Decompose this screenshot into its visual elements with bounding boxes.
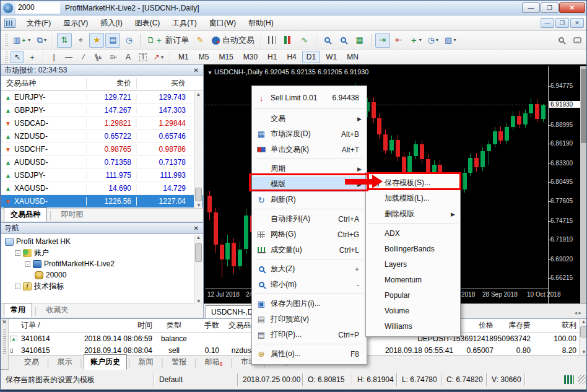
timeframe-button-m15[interactable]: M15 xyxy=(214,51,237,63)
navigator-tab[interactable]: 常用 xyxy=(4,303,32,317)
template-submenu-item[interactable]: Volume xyxy=(366,303,460,318)
context-menu-item[interactable]: 周期▶ xyxy=(252,161,367,176)
search-button[interactable] xyxy=(554,33,568,48)
timeframe-button-mn[interactable]: MN xyxy=(342,51,363,63)
crosshair-tool-button[interactable]: ＋ xyxy=(25,51,39,63)
tile-windows-button[interactable]: ▦ xyxy=(352,33,367,48)
text-tool-button[interactable]: A xyxy=(121,51,135,63)
template-submenu-item[interactable]: ADX xyxy=(366,225,460,241)
child-minimize-button[interactable]: — xyxy=(541,18,554,28)
terminal-tab[interactable]: 警报 xyxy=(165,354,193,370)
market-watch-row[interactable]: ▼USDCAD-1.298211.29844 xyxy=(1,117,203,130)
close-button[interactable]: ✕ xyxy=(559,2,585,13)
context-menu-item[interactable]: 单击交易(k)Alt+T xyxy=(252,142,367,157)
arrows-tool-button[interactable]: ↗▾ xyxy=(151,51,166,63)
context-menu-item[interactable]: ↓Sell Limit 0.016.94438 xyxy=(252,89,367,107)
context-menu-item[interactable]: 交易▶ xyxy=(252,111,367,126)
chart-scrollbar[interactable] xyxy=(580,66,587,303)
zoom-out-button[interactable] xyxy=(336,33,351,48)
menu-item[interactable]: 帮助(H) xyxy=(242,17,280,29)
auto-scroll-button[interactable]: ⇥ xyxy=(375,33,390,48)
periods-button[interactable]: ◷▾ xyxy=(425,33,441,48)
market-watch-row[interactable]: ▲GBPJPY-147.267147.303 xyxy=(1,104,203,117)
menu-item[interactable]: 工具(T) xyxy=(166,17,202,29)
timeframe-button-h1[interactable]: H1 xyxy=(263,51,281,63)
context-menu-item[interactable]: ▤打印(P)...Ctrl+P xyxy=(252,327,367,342)
strategy-tester-button[interactable]: ◷ xyxy=(121,33,136,48)
menu-item[interactable]: 图表(C) xyxy=(129,17,167,29)
toolbar-handle[interactable] xyxy=(5,34,8,46)
template-submenu-item[interactable]: Williams xyxy=(366,318,460,334)
terminal-tab[interactable]: 新闻 xyxy=(132,354,160,370)
zoom-in-button[interactable] xyxy=(320,33,335,48)
market-watch-row[interactable]: ▲AUDUSD-0.713580.71378 xyxy=(1,156,203,169)
context-menu-item[interactable]: 放大(Z)+ xyxy=(252,261,367,277)
child-restore-button[interactable]: ❐ xyxy=(555,18,569,28)
resize-grip[interactable] xyxy=(578,375,586,384)
metaeditor-button[interactable]: ✎ xyxy=(193,33,207,48)
autotrading-button[interactable]: ⬤■自动交易 xyxy=(209,33,256,48)
terminal-tab[interactable]: 账户历史 xyxy=(84,354,127,370)
timeframe-button-w1[interactable]: W1 xyxy=(321,51,341,63)
navigator-tree-item[interactable]: Profit Market HK xyxy=(1,236,203,247)
chart-tab-scroll-arrows[interactable]: ◂ ▸ xyxy=(574,310,581,318)
market-watch-row[interactable]: ▲NZDUSD-0.657220.65746 xyxy=(1,130,203,143)
profiles-button[interactable]: ⧉▾ xyxy=(34,33,49,48)
context-menu-item[interactable]: 网格(G)Ctrl+G xyxy=(252,227,367,242)
template-submenu-item[interactable]: Layers xyxy=(366,256,460,272)
timeframe-button-h4[interactable]: H4 xyxy=(282,51,300,63)
market-watch-row[interactable]: ▲XAGUSD-14.69014.729 xyxy=(1,182,203,195)
context-menu-item[interactable]: 缩小(m)- xyxy=(252,277,367,292)
context-menu-item[interactable]: ⊛属性(o)...F8 xyxy=(252,346,367,362)
navigator-tree-item[interactable]: -f技术指标 xyxy=(1,281,203,292)
market-watch-row[interactable]: ▼XAUUSD-1226.561227.04 xyxy=(1,195,203,208)
market-watch-tab[interactable]: 即时图 xyxy=(54,207,90,222)
terminal-side-strip[interactable]: ✕ xyxy=(1,319,9,370)
market-watch-row[interactable]: ▲USDJPY-111.975111.993 xyxy=(1,169,203,182)
title-bar[interactable]: P 2000 ProfitMarketHK-Live2 - [USDCNH-,D… xyxy=(1,1,587,15)
timeframe-button-m30[interactable]: M30 xyxy=(239,51,262,63)
timeframe-button-m5[interactable]: M5 xyxy=(194,51,214,63)
terminal-tab[interactable]: 展示 xyxy=(51,354,79,370)
template-submenu-item[interactable]: Momentum xyxy=(366,272,460,287)
channel-tool-button[interactable]: ∥E xyxy=(92,51,105,63)
cursor-tool-button[interactable]: ↖ xyxy=(11,51,24,63)
market-watch-toggle-button[interactable]: ⇅ xyxy=(57,33,72,48)
navigator-tree-item[interactable]: -ProfitMarketHK-Live2 xyxy=(1,258,203,269)
navigator-toggle-button[interactable]: ★ xyxy=(89,33,104,48)
trendline-tool-button[interactable]: ∕ xyxy=(77,51,90,63)
menu-item[interactable]: 插入(I) xyxy=(94,17,128,29)
navigator-tree-item[interactable]: -账户 xyxy=(1,247,203,258)
context-menu-item[interactable]: 成交量(u)Ctrl+L xyxy=(252,242,367,258)
terminal-toggle-button[interactable]: ▤ xyxy=(105,33,120,48)
restore-button[interactable]: ❐ xyxy=(541,2,559,13)
context-menu-item[interactable]: 自动排列(A)Ctrl+A xyxy=(252,211,367,227)
navigator-header[interactable]: 导航 ✕ xyxy=(1,223,203,234)
context-menu-item[interactable]: ↻刷新(R) xyxy=(252,192,367,207)
market-watch-row[interactable]: ▼USDCHF-0.987650.98786 xyxy=(1,143,203,156)
terminal-scrollbar[interactable]: ▲▼ xyxy=(579,319,587,355)
market-watch-scrollbar[interactable]: ▲▼ xyxy=(194,92,202,208)
context-menu-item[interactable]: ▤打印预览(v) xyxy=(252,311,367,327)
line-chart-button[interactable]: ∿ xyxy=(297,33,312,48)
new-chart-button[interactable]: ▥＋▾ xyxy=(11,33,33,48)
template-submenu-item[interactable]: BollingerBands xyxy=(366,241,460,256)
tree-expander-icon[interactable]: - xyxy=(15,284,20,289)
market-watch-header[interactable]: 市场报价: 02:34:53 ✕ xyxy=(1,65,203,76)
context-menu-item[interactable]: ▦市场深度(D)Alt+B xyxy=(252,126,367,142)
tree-expander-icon[interactable]: - xyxy=(15,250,20,256)
chart-system-menu-icon[interactable] xyxy=(4,19,15,28)
navigator-tree-item[interactable]: 20000 xyxy=(1,269,203,281)
menu-item[interactable]: 窗口(W) xyxy=(203,17,242,29)
bar-chart-button[interactable] xyxy=(265,33,280,48)
text-label-tool-button[interactable]: T xyxy=(136,51,150,63)
indicators-button[interactable]: ＋▾ xyxy=(407,33,424,48)
menu-item[interactable]: 文件(F) xyxy=(20,17,57,29)
terminal-tab[interactable]: 邮箱6 xyxy=(198,354,230,370)
navigator-scrollbar[interactable]: ▲▼ xyxy=(194,235,202,304)
template-submenu-item[interactable]: Popular xyxy=(366,287,460,303)
context-menu-item[interactable]: ▣保存为图片(i)... xyxy=(252,296,367,311)
timeframe-button-d1[interactable]: D1 xyxy=(302,51,320,63)
minimize-button[interactable]: — xyxy=(522,2,540,13)
market-watch-column-header[interactable]: 交易品种 卖价 买价 xyxy=(1,76,203,91)
